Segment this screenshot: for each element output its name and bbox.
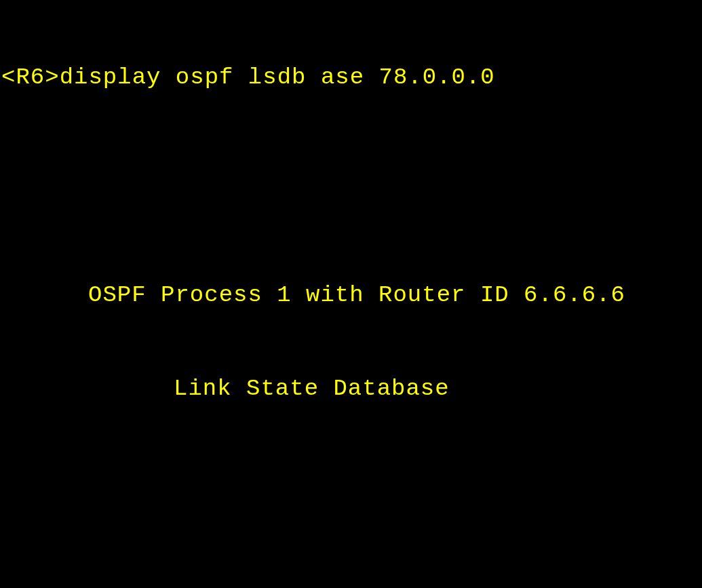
hostname: R6: [16, 64, 45, 90]
prompt-close: >: [45, 64, 59, 90]
ospf-header: OSPF Process 1 with Router ID 6.6.6.6 Li…: [0, 218, 702, 467]
prompt-open: <: [1, 64, 16, 90]
terminal-output: <R6>display ospf lsdb ase 78.0.0.0 OSPF …: [0, 0, 702, 588]
lsdb-title-line: Link State Database: [0, 374, 702, 405]
command-prompt-line[interactable]: <R6>display ospf lsdb ase 78.0.0.0: [0, 62, 702, 94]
ospf-process-line: OSPF Process 1 with Router ID 6.6.6.6: [0, 280, 702, 311]
command-text: display ospf lsdb ase 78.0.0.0: [60, 64, 495, 90]
